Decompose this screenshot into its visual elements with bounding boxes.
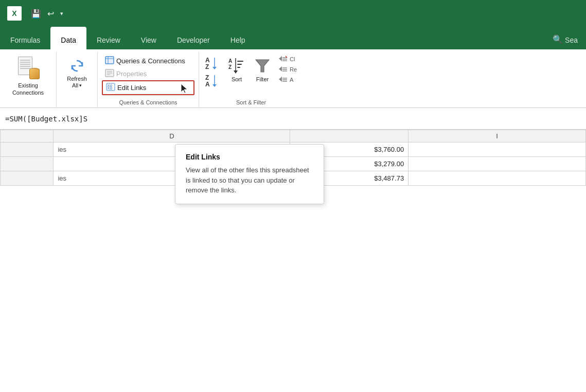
quick-access-toolbar: 💾 ↩ ▾ [29, 8, 65, 20]
svg-marker-21 [234, 70, 238, 74]
advanced-icon [278, 76, 288, 83]
sort-az-button[interactable]: A Z [203, 55, 223, 71]
reapply-button[interactable]: Re [276, 65, 299, 74]
sort-button[interactable]: A Z Sort [225, 55, 248, 85]
excel-logo: X [7, 6, 22, 21]
filter-button[interactable]: Filter [251, 55, 274, 85]
svg-marker-17 [212, 84, 217, 87]
clear-label: Cl [290, 56, 295, 62]
ribbon-group-existing-connections: ExistingConnections [0, 51, 57, 108]
col-header-e [290, 130, 409, 142]
svg-rect-0 [105, 57, 114, 64]
queries-connections-text: Queries & Connections [116, 57, 185, 65]
search-icon: 🔍 [553, 34, 563, 44]
cell-i3[interactable] [409, 171, 586, 186]
svg-text:Z: Z [205, 63, 209, 70]
tab-formulas[interactable]: Formulas [0, 27, 50, 49]
undo-icon[interactable]: ↩ [45, 8, 56, 20]
svg-text:A: A [228, 58, 232, 64]
refresh-all-button[interactable]: Refresh All ▾ [64, 54, 90, 92]
advanced-label: A [290, 77, 293, 83]
formula-text: =SUM([Budget.xlsx]S [5, 115, 87, 123]
sort-label: Sort [232, 76, 242, 83]
refresh-content: Refresh All ▾ [64, 54, 90, 103]
edit-links-item[interactable]: ⛓ Edit Links [102, 80, 194, 95]
save-icon[interactable]: 💾 [29, 8, 43, 20]
refresh-icon [68, 57, 86, 75]
svg-rect-24 [237, 67, 240, 68]
existing-connections-content: ExistingConnections [8, 54, 48, 103]
tab-view[interactable]: View [131, 27, 167, 49]
clear-icon [278, 56, 288, 63]
svg-rect-23 [237, 64, 242, 65]
col-header-d: D [54, 130, 290, 142]
tab-data[interactable]: Data [50, 27, 86, 49]
cell-i1[interactable] [409, 142, 586, 157]
advanced-filter-group: Cl Re [276, 55, 299, 84]
refresh-all-label: Refresh [67, 76, 87, 82]
tooltip-description: View all of the other files this spreads… [186, 165, 313, 195]
properties-text: Properties [116, 70, 147, 78]
queries-connections-item[interactable]: Queries & Connections [102, 55, 194, 67]
svg-text:A: A [205, 57, 210, 64]
title-bar: X 💾 ↩ ▾ [0, 0, 586, 27]
properties-item[interactable]: Properties [102, 67, 194, 80]
reapply-label: Re [290, 66, 297, 73]
ribbon-group-sort-filter: A Z Z A [199, 51, 303, 108]
svg-text:Z: Z [228, 64, 232, 70]
row-header-2 [1, 157, 54, 171]
qa-dropdown-icon[interactable]: ▾ [58, 9, 65, 18]
app-icon: X [6, 5, 23, 22]
sort-za-icon: Z A [205, 73, 221, 87]
sort-filter-group-label: Sort & Filter [236, 97, 266, 106]
queries-content: Queries & Connections Properties [102, 55, 194, 95]
svg-text:A: A [205, 81, 210, 87]
advanced-button[interactable]: A [276, 75, 299, 84]
sort-icon: A Z [228, 57, 245, 75]
filter-icon [254, 57, 271, 75]
row-header-3 [1, 171, 54, 186]
tab-developer[interactable]: Developer [167, 27, 220, 49]
svg-marker-13 [212, 67, 217, 69]
svg-marker-35 [279, 77, 282, 82]
row-header-1 [1, 142, 54, 157]
tab-help[interactable]: Help [220, 27, 256, 49]
formula-bar: =SUM([Budget.xlsx]S [0, 108, 586, 130]
reapply-icon [278, 66, 288, 73]
clear-button[interactable]: Cl [276, 55, 299, 64]
sort-az-icon: A Z [205, 56, 221, 70]
cell-i2[interactable] [409, 157, 586, 171]
sort-filter-content: A Z Z A [203, 54, 299, 97]
corner-header [1, 130, 54, 142]
tab-review[interactable]: Review [86, 27, 131, 49]
ribbon-group-refresh: Refresh All ▾ [57, 51, 98, 108]
svg-marker-25 [256, 60, 269, 72]
ribbon-tabs: Formulas Data Review View Developer Help… [0, 27, 586, 49]
sort-za-button[interactable]: Z A [203, 72, 223, 88]
sort-az-group: A Z Z A [203, 55, 223, 88]
svg-marker-31 [279, 66, 282, 72]
edit-links-text: Edit Links [117, 84, 146, 92]
properties-icon [105, 69, 114, 79]
svg-marker-26 [279, 56, 282, 61]
existing-connections-button[interactable]: ExistingConnections [8, 54, 48, 100]
cursor-icon [180, 83, 188, 93]
existing-connections-label: ExistingConnections [12, 82, 44, 97]
col-header-i: I [409, 130, 586, 142]
edit-links-icon: ⛓ [106, 83, 115, 93]
svg-marker-9 [181, 84, 187, 93]
svg-text:Z: Z [205, 74, 209, 81]
ribbon-group-queries: Queries & Connections Properties [98, 51, 199, 108]
queries-group-label: Queries & Connections [119, 97, 177, 106]
tab-search[interactable]: 🔍 Sea [544, 30, 586, 49]
queries-connections-icon [105, 56, 114, 66]
svg-text:⛓: ⛓ [107, 84, 113, 90]
tooltip-box: Edit Links View all of the other files t… [175, 144, 324, 204]
svg-rect-22 [237, 61, 243, 62]
tooltip-title: Edit Links [186, 153, 313, 161]
existing-connections-icon [17, 57, 40, 80]
refresh-all-dropdown: All ▾ [72, 82, 82, 88]
filter-label: Filter [256, 76, 269, 83]
ribbon-content: ExistingConnections Refresh All [0, 49, 586, 108]
